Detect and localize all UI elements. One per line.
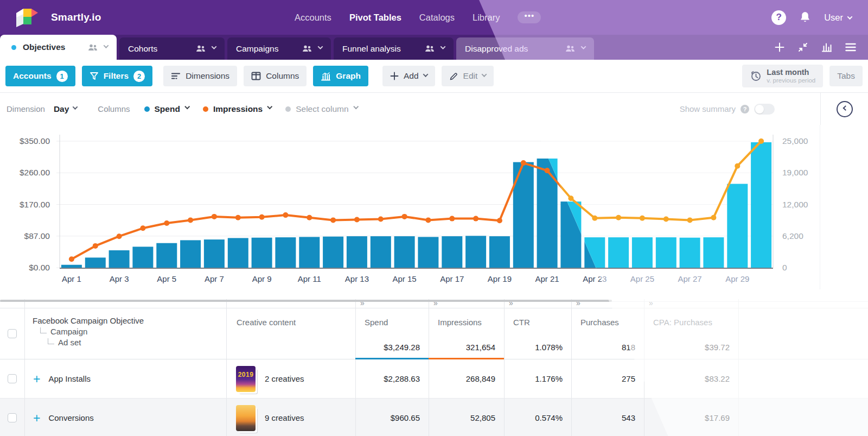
chart-controls-row: Dimension Day Columns SpendImpressionsSe… [0,92,868,125]
chevron-down-icon [73,104,78,110]
tab-cohorts[interactable]: Cohorts [119,37,225,60]
cell-cpa: $17.69 [644,399,738,436]
svg-text:$170.00: $170.00 [20,200,50,209]
series-impressions-dropdown[interactable]: Impressions [203,104,271,114]
header-right: ? User [771,10,852,25]
column-header-label[interactable]: CPA: Purchases [653,318,730,327]
columns-icon [251,72,261,80]
collapse-panel-button[interactable] [837,101,853,117]
column-header-label[interactable]: Spend [365,318,420,327]
row-checkbox[interactable] [8,413,17,422]
header-ad-set: Ad set [48,337,226,348]
dimension-label: Dimension [7,104,45,113]
creative-header-cell: Creative content [226,308,355,359]
svg-text:Apr 11: Apr 11 [298,274,321,283]
chart-view-icon[interactable] [821,42,832,52]
accounts-label: Accounts [13,71,52,81]
chevron-down-icon [184,104,190,109]
creative-thumbnail[interactable] [236,405,256,431]
show-summary-toggle[interactable] [754,104,775,115]
column-summary-value: $39.72 [705,343,730,352]
creative-cell: 9 creatives [226,399,355,436]
svg-text:6,200: 6,200 [782,231,803,241]
tabs-button[interactable]: Tabs [829,66,863,86]
select-all-checkbox[interactable] [8,329,17,338]
tab-label: Cohorts [128,44,157,54]
top-header: Smartly.io AccountsPivot TablesCatalogsL… [0,0,868,35]
add-label: Add [404,71,419,81]
user-label: User [824,12,843,23]
objective-header-cell: Facebook Campaign Objective Campaign Ad … [24,308,226,359]
creative-count: 9 creatives [265,413,304,422]
dimensions-button[interactable]: Dimensions [163,66,237,86]
creative-content-header: Creative content [237,318,296,327]
tab-objectives[interactable]: Objectives [0,35,117,60]
column-header-label[interactable]: Impressions [438,318,495,327]
cell-cpa: $83.22 [644,359,738,398]
column-expand-icon[interactable]: » [644,299,738,307]
collapse-view-icon[interactable] [797,42,808,53]
svg-text:19,000: 19,000 [782,168,808,177]
columns-button[interactable]: Columns [244,66,307,86]
creative-thumbnail[interactable]: 2019 [236,366,256,392]
tab-funnel-analysis[interactable]: Funnel analysis [334,37,454,60]
notifications-bell-icon[interactable] [799,11,811,24]
tab-disapproved-ads[interactable]: Disapproved ads [456,37,594,60]
nav-item-accounts[interactable]: Accounts [295,12,331,23]
column-summary-value: 321,654 [466,343,495,352]
nav-item-pivot-tables[interactable]: Pivot Tables [349,12,401,23]
tab-label: Disapproved ads [465,44,528,54]
tab-campaigns[interactable]: Campaigns [227,37,331,60]
expand-row-icon[interactable]: + [33,413,40,424]
cell-ctr: 1.176% [504,359,571,398]
objective-name: App Installs [48,374,91,383]
series-select-column-dropdown[interactable]: Select column [285,104,357,114]
svg-text:$350.00: $350.00 [20,136,50,146]
summary-panel-rail [820,93,868,125]
filters-button[interactable]: Filters 2 [82,66,153,86]
nav-item-library[interactable]: Library [473,12,500,23]
row-checkbox[interactable] [8,374,17,383]
add-tab-icon[interactable] [775,42,784,52]
svg-text:$260.00: $260.00 [20,168,50,177]
svg-text:Apr 1: Apr 1 [62,274,81,283]
cell-spend: $2,288.63 [384,374,420,383]
edit-button[interactable]: Edit [442,66,494,86]
pivot-table-body: »»»»» Facebook Campaign Objective Campai… [0,299,868,436]
cell-spend: $960.65 [355,399,429,436]
dimension-select[interactable]: Day [54,104,77,114]
series-label: Spend [155,104,180,114]
graph-button[interactable]: Graph [313,66,368,86]
row-cell-filler [738,359,868,398]
date-range-button[interactable]: Last month v. previous period [742,65,823,87]
creative-count: 2 creatives [265,374,304,383]
more-menu-icon[interactable]: ••• [518,11,541,23]
add-button[interactable]: Add [382,66,435,86]
column-header-label[interactable]: CTR [513,318,563,327]
chevron-down-icon [212,44,217,49]
table-scrollbar-thumb[interactable] [0,300,612,302]
user-menu[interactable]: User [824,12,852,23]
series-spend-dropdown[interactable]: Spend [144,104,189,114]
people-icon [302,45,312,52]
chevron-down-icon [581,44,586,49]
tree-elbow-icon [40,327,47,333]
svg-text:Apr 19: Apr 19 [488,274,512,283]
nav-item-catalogs[interactable]: Catalogs [419,12,455,23]
table-row-conversions[interactable]: + Conversions 9 creatives$960.6552,8050.… [0,399,868,436]
header-campaign: Campaign [40,326,226,337]
expand-row-icon[interactable]: + [33,374,40,384]
column-header-label[interactable]: Purchases [580,318,635,327]
table-row-app-installs[interactable]: + App Installs2019 2 creatives$2,288.632… [0,359,868,399]
series-chips: SpendImpressionsSelect column [130,104,358,114]
cell-purchases: 275 [571,359,644,398]
svg-text:Apr 15: Apr 15 [392,274,416,283]
edit-label: Edit [463,71,478,81]
series-color-dot-icon [144,106,150,112]
report-tab-bar: ObjectivesCohortsCampaignsFunnel analysi… [0,35,868,60]
accounts-button[interactable]: Accounts 1 [5,66,75,86]
help-icon[interactable]: ? [771,10,786,25]
menu-icon[interactable] [845,43,856,52]
chart-right-divider [820,125,820,289]
objective-name: Conversions [48,413,93,422]
